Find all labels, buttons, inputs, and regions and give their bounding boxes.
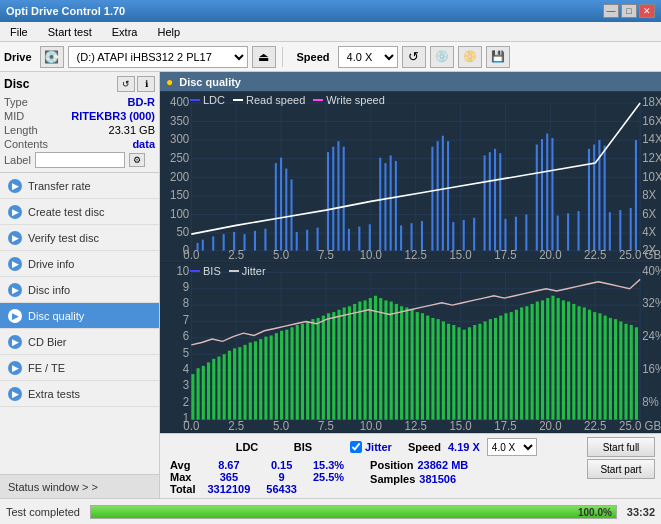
status-window-btn[interactable]: Status window > > [0,474,159,498]
legend-jitter-label: Jitter [242,265,266,277]
svg-rect-206 [588,309,591,419]
svg-rect-153 [311,319,314,420]
main-layout: Disc ↺ ℹ Type BD-R MID RITEKBR3 (000) Le… [0,72,661,498]
disc2-btn[interactable]: 📀 [458,46,482,68]
svg-rect-57 [484,155,486,250]
menu-file[interactable]: File [4,24,34,40]
menu-extra[interactable]: Extra [106,24,144,40]
svg-rect-192 [515,309,518,419]
disc-info-icon[interactable]: ℹ [137,76,155,92]
svg-text:400: 400 [170,95,190,108]
disc-mid-label: MID [4,110,24,122]
minimize-button[interactable]: — [603,4,619,18]
svg-rect-133 [207,362,210,419]
menu-help[interactable]: Help [151,24,186,40]
jitter-checkbox[interactable] [350,441,362,453]
save-btn[interactable]: 💾 [486,46,510,68]
app-title: Opti Drive Control 1.70 [6,5,125,17]
samples-val: 381506 [419,473,456,485]
svg-text:8%: 8% [642,394,659,409]
svg-rect-30 [280,158,282,251]
speed-label: Speed [297,51,330,63]
nav-disc-quality[interactable]: ▶ Disc quality [0,303,159,329]
svg-rect-172 [411,309,414,419]
svg-rect-149 [290,327,293,419]
refresh-btn[interactable]: ↺ [402,46,426,68]
disc-panel: Disc ↺ ℹ Type BD-R MID RITEKBR3 (000) Le… [0,72,159,173]
svg-text:20.0: 20.0 [539,418,562,432]
nav-label-fe-te: FE / TE [28,362,65,374]
speed-dropdown[interactable]: 4.0 X [487,438,537,456]
svg-text:7.5: 7.5 [318,418,334,432]
legend-read-dot [233,99,243,101]
svg-rect-138 [233,348,236,419]
disc-contents-value: data [132,138,155,150]
legend-bis: BIS [190,265,221,277]
svg-rect-54 [452,222,454,250]
start-full-btn[interactable]: Start full [587,437,655,457]
max-jitter: 25.5% [305,471,352,483]
nav-drive-info[interactable]: ▶ Drive info [0,251,159,277]
svg-text:200: 200 [170,169,190,182]
disc-btn[interactable]: 💿 [430,46,454,68]
svg-text:15.0: 15.0 [449,248,472,261]
disc-label-icon[interactable]: ⚙ [129,153,145,167]
svg-rect-213 [624,323,627,419]
close-button[interactable]: ✕ [639,4,655,18]
svg-rect-34 [306,230,308,251]
jitter-label: Jitter [365,441,392,453]
svg-rect-62 [515,217,517,251]
svg-rect-211 [614,319,617,420]
disc-label-input[interactable] [35,152,125,168]
svg-rect-67 [551,138,553,251]
drive-select[interactable]: (D:) ATAPI iHBS312 2 PL17 [68,46,248,68]
disc-length-label: Length [4,124,38,136]
svg-rect-75 [609,212,611,250]
drive-label: Drive [4,51,32,63]
eject-btn[interactable]: ⏏ [252,46,276,68]
svg-rect-191 [510,312,513,420]
nav-extra-tests[interactable]: ▶ Extra tests [0,381,159,407]
speed-select[interactable]: 4.0 X [338,46,398,68]
nav-transfer-rate[interactable]: ▶ Transfer rate [0,173,159,199]
stats-data-rows: Avg 8.67 0.15 15.3% Max 365 9 25.5% Tota… [166,459,655,495]
svg-text:17.5: 17.5 [494,248,517,261]
nav-create-test-disc[interactable]: ▶ Create test disc [0,199,159,225]
menu-start-test[interactable]: Start test [42,24,98,40]
window-controls: — □ ✕ [603,4,655,18]
legend-read-speed: Read speed [233,94,305,106]
nav-cd-bier[interactable]: ▶ CD Bier [0,329,159,355]
svg-rect-22 [202,240,204,251]
button-area: Start full [587,437,655,457]
svg-rect-212 [619,321,622,419]
svg-text:6: 6 [183,328,190,343]
nav-icon-disc-info: ▶ [8,283,22,297]
svg-rect-194 [525,306,528,419]
progress-container: 100.0% [90,505,617,519]
sidebar: Disc ↺ ℹ Type BD-R MID RITEKBR3 (000) Le… [0,72,160,498]
nav-verify-test-disc[interactable]: ▶ Verify test disc [0,225,159,251]
disc-length-value: 23.31 GB [109,124,155,136]
bottom-chart-legend: BIS Jitter [190,265,266,277]
top-chart-svg: 400 350 300 250 200 150 100 50 0 18X 16X [160,92,661,262]
start-part-btn[interactable]: Start part [587,459,655,479]
drive-icon-btn[interactable]: 💽 [40,46,64,68]
svg-rect-156 [327,313,330,419]
legend-bis-dot [190,270,200,272]
svg-rect-173 [416,312,419,420]
maximize-button[interactable]: □ [621,4,637,18]
svg-rect-210 [609,317,612,419]
svg-text:14X: 14X [642,132,661,145]
status-bar: Test completed 100.0% 33:32 [0,498,661,524]
svg-rect-187 [489,319,492,420]
svg-rect-136 [223,354,226,419]
disc-icon-area: ↺ ℹ [117,76,155,92]
disc-refresh-icon[interactable]: ↺ [117,76,135,92]
content-area: ● Disc quality LDC Read speed [160,72,661,498]
nav-label-extra: Extra tests [28,388,80,400]
nav-fe-te[interactable]: ▶ FE / TE [0,355,159,381]
svg-text:0.0: 0.0 [183,418,199,432]
svg-rect-24 [223,234,225,250]
svg-rect-51 [437,141,439,250]
nav-disc-info[interactable]: ▶ Disc info [0,277,159,303]
